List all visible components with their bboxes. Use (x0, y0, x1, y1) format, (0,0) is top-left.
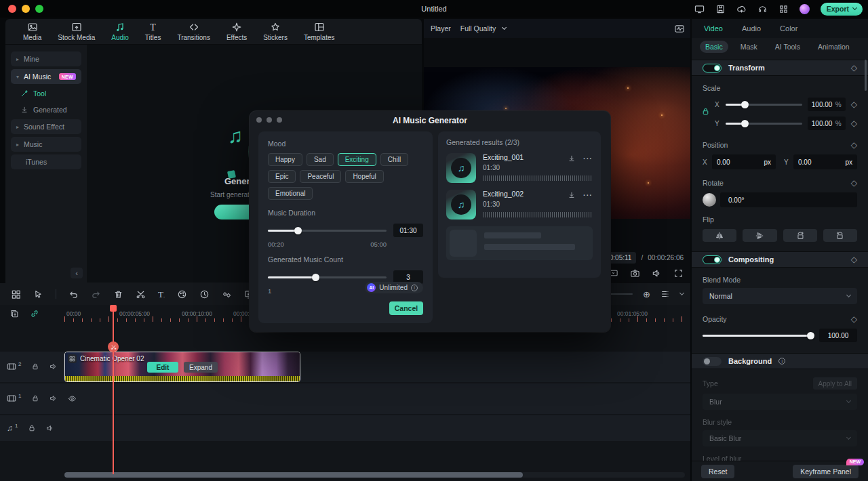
undo-icon[interactable] (68, 289, 79, 299)
playhead-line[interactable] (113, 305, 114, 474)
info-icon[interactable]: i (778, 358, 785, 364)
speaker-icon[interactable] (652, 268, 662, 278)
clip-expand-button[interactable]: Expand (184, 362, 218, 373)
lock-icon[interactable] (28, 424, 36, 432)
mood-hopeful[interactable]: Hopeful (345, 170, 383, 183)
lock-icon[interactable] (31, 362, 39, 371)
inspector-scrollbar[interactable] (865, 60, 867, 91)
position-x-input[interactable]: 0.00px (712, 154, 776, 169)
duration-value[interactable]: 01:30 (393, 224, 423, 237)
monitor-icon[interactable] (694, 4, 705, 14)
user-avatar[interactable] (800, 4, 810, 14)
transform-toggle[interactable] (703, 64, 722, 72)
hide-eye-icon[interactable] (68, 394, 77, 403)
rotate-cw-button[interactable] (823, 229, 857, 242)
keyframe-panel-button[interactable]: Keyframe PanelNEW (793, 465, 859, 478)
tab-templates[interactable]: Templates (304, 22, 335, 41)
apps-grid-icon[interactable] (778, 4, 789, 14)
download-icon[interactable] (568, 154, 576, 163)
mood-emotional[interactable]: Emotional (268, 187, 313, 200)
reset-button[interactable]: Reset (701, 465, 734, 478)
opacity-input[interactable]: 100.00 (819, 329, 857, 342)
keyframe-diamond-icon[interactable]: ◇ (851, 179, 857, 187)
playhead-handle[interactable] (110, 305, 117, 312)
tab-media[interactable]: Media (23, 22, 41, 41)
tab-audio[interactable]: Audio (111, 22, 129, 41)
compositing-toggle[interactable] (703, 255, 722, 264)
collapse-sidebar-button[interactable]: ‹ (71, 268, 83, 278)
tab-effects[interactable]: Effects (226, 22, 247, 41)
more-options-icon[interactable]: ··· (583, 154, 593, 163)
snapshot-camera-icon[interactable] (630, 268, 640, 278)
lock-icon[interactable] (31, 394, 39, 402)
support-headset-icon[interactable] (757, 4, 768, 14)
keyframe-diamond-icon[interactable]: ◇ (851, 119, 857, 127)
mood-chill[interactable]: Chill (380, 153, 408, 166)
timeline-clip[interactable]: Cinematic Opener 02 Edit Expand (64, 352, 300, 382)
sidebar-item-sound-effect[interactable]: ▸Sound Effect (11, 119, 81, 134)
mute-speaker-icon[interactable] (50, 362, 58, 371)
keyframe-diamond-icon[interactable]: ◇ (851, 315, 857, 323)
quality-dropdown[interactable]: Full Quality (460, 24, 507, 33)
save-icon[interactable] (715, 4, 726, 14)
download-icon[interactable] (568, 191, 576, 199)
subtab-animation[interactable]: Animation (812, 41, 855, 53)
unlimited-plan-chip[interactable]: AI Unlimited i (365, 282, 423, 293)
blend-mode-dropdown[interactable]: Normal (703, 288, 857, 304)
keyframe-tool-icon[interactable] (222, 289, 232, 299)
rotate-knob[interactable] (703, 193, 716, 207)
scale-y-input[interactable]: 100.00% (808, 117, 846, 130)
zoom-fit-icon[interactable]: ⊕ (643, 289, 650, 299)
scale-x-input[interactable]: 100.00% (808, 98, 846, 111)
color-palette-icon[interactable] (177, 289, 187, 299)
playhead-split-button[interactable] (108, 341, 119, 352)
mood-epic[interactable]: Epic (268, 170, 296, 183)
info-icon[interactable]: i (411, 285, 418, 291)
keyframe-diamond-icon[interactable]: ◇ (851, 64, 857, 72)
mood-happy[interactable]: Happy (268, 153, 302, 166)
cancel-button[interactable]: Cancel (389, 301, 423, 315)
flip-vertical-button[interactable] (743, 229, 776, 242)
mood-exciting[interactable]: Exciting (338, 153, 376, 166)
sidebar-item-generated[interactable]: Generated (20, 103, 81, 117)
cloud-upload-icon[interactable] (736, 4, 747, 14)
copy-to-track-icon[interactable] (9, 309, 19, 318)
layout-grid-icon[interactable] (11, 289, 21, 299)
chevron-down-icon[interactable] (679, 291, 684, 295)
scale-y-slider[interactable] (726, 123, 802, 125)
apply-to-all-button[interactable]: Apply to All (813, 377, 857, 390)
timeline-hscroll-thumb[interactable] (64, 472, 523, 478)
tab-audio-inspector[interactable]: Audio (742, 24, 761, 33)
redo-icon[interactable] (91, 289, 101, 299)
scopes-icon[interactable] (674, 24, 685, 34)
result-item[interactable]: ♫ Exciting_002 01:30 ··· (446, 190, 593, 219)
sidebar-item-ai-music[interactable]: ▾AI MusicNEW (11, 69, 81, 84)
rotate-ccw-button[interactable] (783, 229, 817, 242)
export-button[interactable]: Export (821, 3, 863, 16)
mood-peaceful[interactable]: Peaceful (300, 170, 341, 183)
keyframe-diamond-icon[interactable]: ◇ (851, 255, 857, 264)
link-scale-lock-icon[interactable] (701, 107, 710, 116)
rotate-input[interactable]: 0.00° (720, 192, 857, 207)
speed-clock-icon[interactable] (199, 289, 210, 299)
mute-speaker-icon[interactable] (50, 394, 58, 402)
delete-icon[interactable] (113, 289, 123, 299)
blur-style-dropdown[interactable]: Basic Blur (703, 430, 857, 446)
tab-video[interactable]: Video (704, 24, 723, 33)
tab-titles[interactable]: T Titles (145, 22, 161, 41)
flip-horizontal-button[interactable] (703, 229, 736, 242)
keyframe-diamond-icon[interactable]: ◇ (851, 100, 857, 108)
subtab-basic[interactable]: Basic (700, 41, 728, 53)
auto-ripple-link-icon[interactable] (30, 309, 39, 318)
opacity-slider[interactable] (703, 335, 814, 337)
tab-transitions[interactable]: Transitions (177, 22, 210, 41)
count-slider[interactable] (268, 276, 387, 278)
tab-stickers[interactable]: Stickers (263, 22, 288, 41)
duration-slider[interactable] (268, 230, 387, 232)
position-y-input[interactable]: 0.00px (793, 154, 857, 169)
sidebar-item-itunes[interactable]: iTunes (11, 154, 81, 169)
mute-speaker-icon[interactable] (46, 424, 54, 432)
sidebar-item-tool[interactable]: Tool (20, 87, 81, 100)
clip-edit-button[interactable]: Edit (147, 362, 178, 373)
more-options-icon[interactable]: ··· (583, 191, 593, 199)
